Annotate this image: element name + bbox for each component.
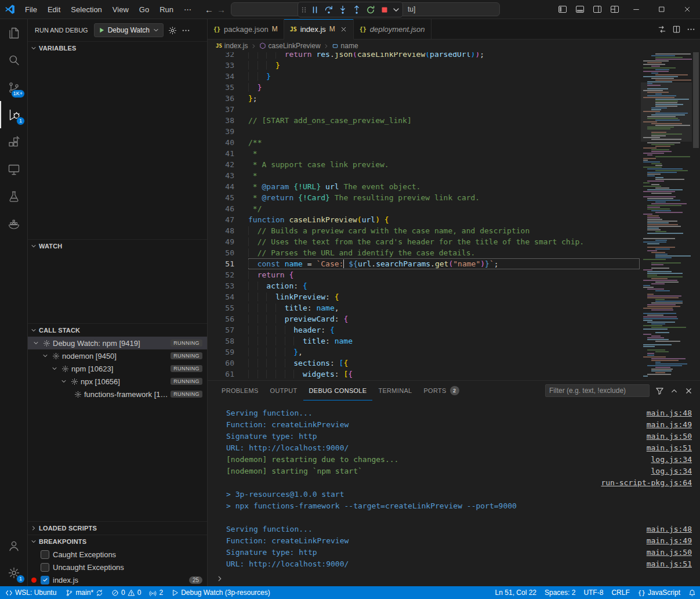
menu-more[interactable]: ⋯ (179, 3, 197, 16)
code-line[interactable]: 34 } (208, 71, 640, 82)
code-line[interactable]: 60 sections: [{ (208, 358, 640, 369)
launch-config-picker[interactable]: Debug Watch (94, 23, 164, 37)
code-line[interactable]: 40/** (208, 137, 640, 148)
code-line[interactable]: 32 return res.json(caseLinkPreview(parse… (208, 52, 640, 60)
activity-search-icon[interactable] (0, 46, 28, 74)
debug-stop-icon[interactable] (378, 3, 391, 16)
activity-accounts-icon[interactable] (0, 532, 28, 559)
code-line[interactable]: 61 widgets: [{ (208, 369, 640, 380)
line-number[interactable]: 44 (208, 181, 234, 192)
line-number[interactable]: 39 (208, 126, 234, 137)
tab-deployment-json[interactable]: {}deployment.json (354, 19, 431, 39)
status-indentation[interactable]: Spaces: 2 (541, 586, 579, 599)
maximize-icon[interactable] (649, 0, 674, 19)
maximize-panel-icon[interactable] (670, 387, 679, 395)
line-number[interactable]: 36 (208, 93, 234, 104)
console-source-link[interactable]: main.js:51 (647, 558, 692, 570)
debug-step-into-icon[interactable] (336, 3, 350, 16)
line-number[interactable]: 50 (208, 247, 234, 258)
code-line[interactable]: 38// [START add_ons_case_preview_link] (208, 115, 640, 126)
back-arrow-icon[interactable]: ← (205, 5, 213, 15)
line-number[interactable]: 48 (208, 225, 234, 236)
debug-step-out-icon[interactable] (350, 3, 364, 16)
minimize-icon[interactable] (623, 0, 649, 19)
menu-view[interactable]: View (107, 3, 134, 16)
debug-pause-icon[interactable] (308, 3, 322, 16)
status-problems[interactable]: 00 (107, 586, 145, 599)
code-line[interactable]: 53 action: { (208, 280, 640, 291)
close-window-icon[interactable] (674, 0, 700, 19)
menu-file[interactable]: File (20, 3, 42, 16)
line-number[interactable]: 38 (208, 115, 234, 126)
debug-chevron-down-icon[interactable] (391, 3, 401, 16)
activity-extensions-icon[interactable] (0, 128, 28, 156)
line-number[interactable]: 53 (208, 280, 234, 291)
activity-explorer-icon[interactable] (0, 19, 28, 46)
console-source-link[interactable]: run-script-pkg.js:64 (601, 477, 692, 489)
console-source-link[interactable]: main.js:48 (647, 524, 692, 535)
line-number[interactable]: 61 (208, 369, 234, 380)
close-panel-icon[interactable] (684, 387, 693, 395)
code-line[interactable]: 37 (208, 104, 640, 115)
code-line[interactable]: 42 * A support case link preview. (208, 159, 640, 170)
console-source-link[interactable]: main.js:49 (647, 535, 692, 547)
line-number[interactable]: 32 (208, 52, 234, 60)
code-line[interactable]: 59 }, (208, 347, 640, 358)
code-line[interactable]: 46 */ (208, 203, 640, 214)
loaded-scripts-section-header[interactable]: LOADED SCRIPTS (28, 522, 207, 535)
debug-step-over-icon[interactable] (322, 3, 336, 16)
line-number[interactable]: 47 (208, 214, 234, 225)
status-ports[interactable]: 2 (145, 586, 167, 599)
activity-run-and-debug-icon[interactable]: 1 (0, 101, 28, 128)
panel-tab-ports[interactable]: PORTS2 (418, 381, 465, 400)
activity-testing-icon[interactable] (0, 183, 28, 210)
call-stack-row[interactable]: functions-framework [106...RUNNING (28, 388, 207, 400)
more-actions-icon[interactable] (182, 26, 190, 35)
status-encoding[interactable]: UTF-8 (579, 586, 607, 599)
console-input[interactable] (216, 575, 692, 583)
breakpoint-row[interactable]: index.js25 (28, 573, 207, 586)
console-source-link[interactable]: main.js:50 (647, 431, 692, 442)
code-line[interactable]: 47function caseLinkPreview(url) { (208, 214, 640, 225)
activity-docker-icon[interactable] (0, 210, 28, 237)
minimap[interactable] (641, 52, 692, 380)
code-line[interactable]: 44 * @param {!URL} url The event object. (208, 181, 640, 192)
code-line[interactable]: 33 } (208, 60, 640, 71)
checkbox[interactable] (41, 550, 49, 559)
line-number[interactable]: 51 (208, 258, 234, 269)
console-source-link[interactable]: log.js:34 (651, 466, 692, 477)
code-line[interactable]: 49 // Uses the text from the card's head… (208, 236, 640, 247)
activity-remote-explorer-icon[interactable] (0, 156, 28, 183)
code-line[interactable]: 36}; (208, 93, 640, 104)
code-line[interactable]: 39 (208, 126, 640, 137)
line-number[interactable]: 40 (208, 137, 234, 148)
status-branch[interactable]: main* (61, 586, 107, 599)
open-changes-icon[interactable] (658, 25, 666, 34)
line-number[interactable]: 57 (208, 324, 234, 335)
chevron-down-icon[interactable] (42, 352, 50, 359)
console-source-link[interactable]: log.js:34 (651, 454, 692, 466)
toggle-primary-sidebar-icon[interactable] (554, 0, 571, 19)
forward-arrow-icon[interactable]: → (217, 5, 226, 15)
line-number[interactable]: 55 (208, 302, 234, 313)
menu-go[interactable]: Go (134, 3, 154, 16)
console-source-link[interactable]: main.js:49 (647, 419, 692, 431)
call-stack-row[interactable]: npx [10656]RUNNING (28, 375, 207, 388)
debug-console[interactable]: Serving function...main.js:48Function: c… (208, 400, 700, 586)
line-number[interactable]: 37 (208, 104, 234, 115)
call-stack-row[interactable]: npm [10623]RUNNING (28, 362, 207, 375)
call-stack-row[interactable]: Debug Watch: npm [9419]RUNNING (28, 337, 207, 349)
panel-tab-output[interactable]: OUTPUT (264, 381, 303, 400)
chevron-down-icon[interactable] (32, 340, 41, 347)
close-icon[interactable] (340, 26, 347, 33)
code-line[interactable]: 58 title: name (208, 335, 640, 347)
line-number[interactable]: 46 (208, 203, 234, 214)
line-number[interactable]: 35 (208, 82, 234, 93)
start-debug-icon[interactable] (98, 27, 105, 34)
status-cursor-position[interactable]: Ln 51, Col 22 (491, 586, 541, 599)
customize-layout-icon[interactable] (606, 0, 623, 19)
gear-icon[interactable] (168, 26, 177, 35)
breakpoints-section-header[interactable]: BREAKPOINTS (28, 535, 207, 548)
breadcrumb-item[interactable]: caseLinkPreview (259, 42, 321, 50)
code-line[interactable]: 55 title: name, (208, 302, 640, 313)
